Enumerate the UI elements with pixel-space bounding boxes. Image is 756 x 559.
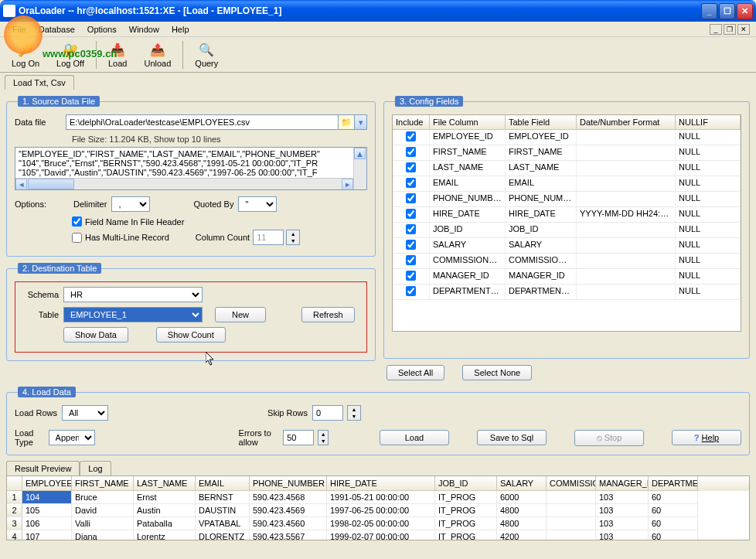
include-checkbox[interactable] (406, 162, 416, 172)
multiline-checkbox[interactable] (72, 233, 82, 243)
browse-button[interactable]: 📁 (338, 114, 355, 130)
include-checkbox[interactable] (406, 255, 416, 265)
main-tabs: Load Txt, Csv (0, 73, 756, 90)
table-label: Table (20, 310, 59, 319)
include-checkbox[interactable] (406, 224, 416, 234)
col-filecolumn[interactable]: File Column (430, 115, 506, 129)
config-row[interactable]: DEPARTMENT_ID DEPARTMENT_... NULL (393, 285, 741, 300)
schema-select[interactable]: HR (63, 287, 203, 302)
result-row[interactable]: 3106ValliPataballaVPATABAL590.423.456019… (7, 517, 749, 530)
minimize-button[interactable]: _ (701, 3, 717, 19)
savetosql-button[interactable]: Save to Sql (477, 430, 547, 445)
mdi-minimize[interactable]: _ (710, 24, 722, 35)
skiprows-input[interactable] (312, 405, 343, 421)
quoted-select[interactable]: " (238, 196, 277, 212)
config-row[interactable]: EMAIL EMAIL NULL (393, 176, 741, 192)
skiprows-spinner[interactable]: ▲▼ (347, 405, 361, 421)
new-button[interactable]: New (215, 307, 266, 322)
result-col[interactable]: JOB_ID (435, 476, 497, 491)
datafile-input[interactable] (66, 114, 339, 130)
include-checkbox[interactable] (406, 209, 416, 219)
tab-log[interactable]: Log (80, 461, 111, 475)
mdi-close[interactable]: ✕ (737, 24, 750, 35)
errors-input[interactable] (283, 430, 314, 445)
delimiter-select[interactable]: , (111, 196, 150, 212)
include-checkbox[interactable] (406, 240, 416, 250)
dest-fieldset: 2. Destination Table Schema HR Table EMP… (6, 263, 376, 361)
toolbar-unload[interactable]: 📤Unload (137, 39, 178, 70)
result-col[interactable]: EMPLOYEE_ (22, 476, 72, 491)
menu-help[interactable]: Help (165, 23, 196, 36)
config-row[interactable]: JOB_ID JOB_ID NULL (393, 223, 741, 238)
include-checkbox[interactable] (406, 147, 416, 157)
include-checkbox[interactable] (406, 131, 416, 141)
file-dropdown[interactable]: ▾ (354, 114, 367, 130)
config-row[interactable]: HIRE_DATE HIRE_DATE YYYY-MM-DD HH24:MI:.… (393, 207, 741, 223)
result-col[interactable] (7, 476, 22, 491)
tab-loadtxtcsv[interactable]: Load Txt, Csv (5, 75, 74, 90)
menu-database[interactable]: Database (32, 23, 81, 36)
showcount-button[interactable]: Show Count (156, 327, 226, 343)
colcount-input[interactable] (253, 230, 284, 245)
load-button[interactable]: Load (380, 430, 449, 445)
result-col[interactable]: EMAIL (196, 476, 250, 491)
maximize-button[interactable]: ☐ (719, 3, 735, 19)
result-col[interactable]: HIRE_DATE (327, 476, 435, 491)
toolbar-logoff[interactable]: 🔐Log Off (49, 39, 91, 70)
col-nullif[interactable]: NULLIF (676, 115, 741, 129)
close-button[interactable]: ✕ (737, 3, 753, 19)
selectnone-button[interactable]: Select None (462, 365, 532, 380)
refresh-button[interactable]: Refresh (301, 307, 355, 322)
menu-file[interactable]: File (6, 23, 32, 36)
fieldname-checkbox[interactable] (72, 216, 82, 227)
colcount-spinner[interactable]: ▲▼ (286, 230, 300, 245)
config-row[interactable]: SALARY SALARY NULL (393, 238, 741, 254)
result-col[interactable]: COMMISSIO (547, 476, 596, 491)
tab-resultpreview[interactable]: Result Preview (6, 461, 80, 475)
config-row[interactable]: EMPLOYEE_ID EMPLOYEE_ID NULL (393, 130, 741, 145)
config-row[interactable]: PHONE_NUMBER PHONE_NUMBER NULL (393, 192, 741, 207)
config-row[interactable]: LAST_NAME LAST_NAME NULL (393, 161, 741, 176)
loaddata-legend: 4. Load Data (18, 387, 76, 397)
col-tablefield[interactable]: Table Field (506, 115, 577, 129)
file-info: File Size: 11.204 KB, Show top 10 lines (72, 135, 367, 144)
result-row[interactable]: 2105DavidAustinDAUSTIN590.423.45691997-0… (7, 504, 749, 517)
datafile-label: Data file (15, 118, 61, 127)
selectall-button[interactable]: Select All (387, 365, 444, 380)
preview-vscroll[interactable]: ▲ (353, 148, 366, 189)
preview-hscroll[interactable]: ◂▸ (15, 178, 353, 189)
result-col[interactable]: LAST_NAME (134, 476, 196, 491)
help-button[interactable]: ? Help (672, 430, 741, 445)
result-col[interactable]: PHONE_NUMBER (250, 476, 327, 491)
config-row[interactable]: COMMISSION_P... COMMISSION_P... NULL (393, 254, 741, 269)
result-col[interactable]: MANAGER_I (596, 476, 649, 491)
toolbar-load[interactable]: 📥Load (101, 39, 134, 70)
config-row[interactable]: FIRST_NAME FIRST_NAME NULL (393, 145, 741, 161)
col-include[interactable]: Include (393, 115, 430, 129)
errors-spinner[interactable]: ▲▼ (318, 430, 329, 445)
table-select[interactable]: EMPLOYEE_1 (63, 307, 203, 322)
loadtype-select[interactable]: Append (49, 430, 95, 445)
loadrows-select[interactable]: All (62, 405, 108, 421)
result-col[interactable]: SALARY (497, 476, 547, 491)
menu-window[interactable]: Window (123, 23, 165, 36)
toolbar: 🔑Log On 🔐Log Off 📥Load 📤Unload 🔍Query (0, 37, 756, 73)
result-col[interactable]: DEPARTMEI (649, 476, 698, 491)
config-row[interactable]: MANAGER_ID MANAGER_ID NULL (393, 269, 741, 285)
include-checkbox[interactable] (406, 193, 416, 203)
result-grid[interactable]: EMPLOYEE_FIRST_NAMELAST_NAMEEMAILPHONE_N… (6, 475, 750, 540)
file-preview[interactable]: "EMPLOYEE_ID","FIRST_NAME","LAST_NAME","… (15, 147, 367, 190)
toolbar-query[interactable]: 🔍Query (188, 39, 225, 70)
result-row[interactable]: 1104BruceErnstBERNST590.423.45681991-05-… (7, 491, 749, 504)
col-format[interactable]: Date/Number Format (577, 115, 676, 129)
menu-options[interactable]: Options (81, 23, 123, 36)
mdi-restore[interactable]: ❐ (724, 24, 736, 35)
toolbar-logon[interactable]: 🔑Log On (5, 39, 46, 70)
config-grid[interactable]: Include File Column Table Field Date/Num… (392, 114, 741, 332)
result-col[interactable]: FIRST_NAME (72, 476, 134, 491)
result-row[interactable]: 4107DianaLorentzDLORENTZ590.423.55671999… (7, 530, 749, 540)
include-checkbox[interactable] (406, 286, 416, 296)
include-checkbox[interactable] (406, 178, 416, 188)
showdata-button[interactable]: Show Data (63, 327, 128, 343)
include-checkbox[interactable] (406, 271, 416, 281)
